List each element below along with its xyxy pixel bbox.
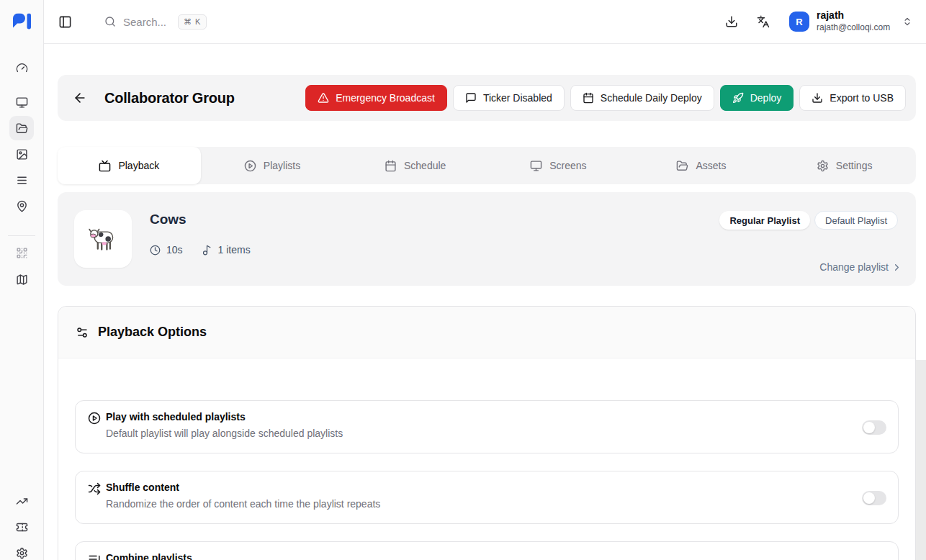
- playlist-duration: 10s: [150, 244, 183, 256]
- emergency-broadcast-button[interactable]: Emergency Broadcast: [305, 85, 447, 111]
- tab-playlists[interactable]: Playlists: [201, 147, 344, 184]
- option-description: Default playlist will play alongside sch…: [106, 428, 343, 439]
- schedule-daily-deploy-button[interactable]: Schedule Daily Deploy: [570, 85, 714, 111]
- tab-schedule-label: Schedule: [404, 160, 446, 171]
- calendar-icon: [385, 160, 397, 172]
- play-circle-icon: [244, 160, 256, 172]
- chevron-right-icon: [891, 262, 902, 273]
- search-shortcut-badge: ⌘ K: [178, 14, 207, 30]
- playlist-item-count-value: 1 items: [218, 244, 251, 256]
- shuffle-icon: [88, 482, 101, 495]
- avatar[interactable]: R: [789, 12, 809, 32]
- page-title: Collaborator Group: [104, 90, 235, 107]
- deploy-label: Deploy: [750, 92, 782, 104]
- tab-playlists-label: Playlists: [264, 160, 300, 171]
- tab-assets-label: Assets: [696, 160, 726, 171]
- page-header: Collaborator Group Emergency Broadcast T…: [58, 75, 916, 121]
- settings-gear-icon[interactable]: [9, 541, 34, 560]
- playlist-thumbnail: [74, 210, 132, 268]
- tab-bar: Playback Playlists Schedule Screens Asse…: [58, 147, 916, 184]
- search-bar[interactable]: ⌘ K: [104, 0, 207, 43]
- search-icon: [104, 16, 116, 27]
- play-circle-icon: [88, 412, 101, 425]
- playlist-item-count: 1 items: [202, 244, 251, 256]
- tv-icon: [99, 160, 111, 172]
- avatar-initial: R: [796, 17, 802, 27]
- user-menu[interactable]: rajath rajath@colloqi.com: [817, 9, 904, 33]
- cow-image: [87, 226, 119, 252]
- media-image-icon[interactable]: [9, 142, 34, 166]
- folder-open-icon: [676, 160, 688, 172]
- option-title: Combine playlists: [106, 552, 192, 560]
- option-title: Play with scheduled playlists: [106, 411, 246, 423]
- music-note-icon: [202, 245, 212, 256]
- schedule-daily-deploy-label: Schedule Daily Deploy: [601, 92, 702, 104]
- tab-screens-label: Screens: [549, 160, 586, 171]
- download-tray-icon: [812, 92, 823, 104]
- topbar: ⌘ K R rajath rajath@colloqi.com: [44, 0, 926, 44]
- sidebar: [0, 0, 44, 560]
- playback-options-title: Playback Options: [98, 325, 207, 340]
- toggle-knob: [863, 492, 875, 504]
- playback-options-section: Playback Options Play with scheduled pla…: [58, 306, 916, 560]
- qr-code-icon[interactable]: [9, 240, 34, 265]
- clock-icon: [150, 245, 161, 256]
- list-end-icon: [88, 553, 101, 560]
- screens-monitor-icon[interactable]: [9, 90, 34, 114]
- rocket-icon: [732, 92, 744, 104]
- ticker-disabled-label: Ticker Disabled: [483, 92, 552, 104]
- dashboard-gauge-icon[interactable]: [9, 55, 34, 80]
- scrollbar[interactable]: [916, 360, 926, 560]
- option-title: Shuffle content: [106, 482, 179, 493]
- sidebar-divider: [8, 235, 35, 236]
- tab-assets[interactable]: Assets: [630, 147, 773, 184]
- option-description: Randomize the order of content each time…: [106, 498, 380, 510]
- option-combine-playlists: Combine playlists: [75, 541, 899, 560]
- analytics-trending-up-icon[interactable]: [9, 489, 34, 513]
- map-icon[interactable]: [9, 267, 34, 292]
- monitor-icon: [530, 160, 542, 172]
- option-shuffle-content: Shuffle content Randomize the order of c…: [75, 471, 899, 524]
- option-play-with-scheduled: Play with scheduled playlists Default pl…: [75, 400, 899, 453]
- tab-schedule[interactable]: Schedule: [343, 147, 487, 184]
- user-email: rajath@colloqi.com: [817, 22, 904, 33]
- download-icon[interactable]: [721, 11, 742, 32]
- export-to-usb-label: Export to USB: [830, 92, 894, 104]
- change-playlist-label: Change playlist: [819, 261, 889, 273]
- app-logo[interactable]: [12, 14, 32, 30]
- toggle-knob: [863, 422, 875, 433]
- tab-playback[interactable]: Playback: [58, 147, 201, 184]
- locations-map-pin-icon[interactable]: [9, 194, 34, 218]
- playlist-title: Cows: [150, 212, 186, 227]
- language-translate-icon[interactable]: [752, 11, 774, 32]
- playlist-duration-value: 10s: [166, 244, 183, 256]
- groups-folder-open-icon[interactable]: [9, 116, 34, 140]
- ticket-icon[interactable]: [9, 515, 34, 539]
- emergency-broadcast-label: Emergency Broadcast: [336, 92, 435, 104]
- toggle-shuffle-content[interactable]: [862, 491, 886, 505]
- badge-regular-playlist: Regular Playlist: [719, 211, 810, 230]
- toggle-play-with-scheduled[interactable]: [862, 420, 886, 435]
- back-arrow-button[interactable]: [68, 86, 92, 110]
- tab-settings-label: Settings: [836, 160, 873, 171]
- badge-default-playlist: Default Playlist: [814, 211, 898, 230]
- tab-settings[interactable]: Settings: [773, 147, 916, 184]
- user-name: rajath: [817, 9, 904, 22]
- ticker-disabled-button[interactable]: Ticker Disabled: [453, 85, 565, 111]
- sidebar-toggle-icon[interactable]: [55, 12, 74, 31]
- message-square-icon: [465, 92, 477, 104]
- chevrons-up-down-icon[interactable]: [902, 17, 912, 27]
- playback-options-header: Playback Options: [58, 307, 915, 358]
- alert-triangle-icon: [318, 92, 329, 104]
- search-input[interactable]: [123, 16, 171, 28]
- current-playlist-card: Cows 10s 1 items Regular Playlist Defaul…: [58, 192, 916, 286]
- calendar-icon: [583, 92, 594, 104]
- export-to-usb-button[interactable]: Export to USB: [799, 85, 906, 111]
- gear-icon: [817, 160, 829, 172]
- change-playlist-link[interactable]: Change playlist: [819, 261, 902, 273]
- tab-screens[interactable]: Screens: [487, 147, 630, 184]
- deploy-button[interactable]: Deploy: [720, 85, 794, 111]
- tab-playback-label: Playback: [118, 160, 159, 171]
- sliders-icon: [76, 326, 89, 339]
- playlists-menu-icon[interactable]: [9, 168, 34, 192]
